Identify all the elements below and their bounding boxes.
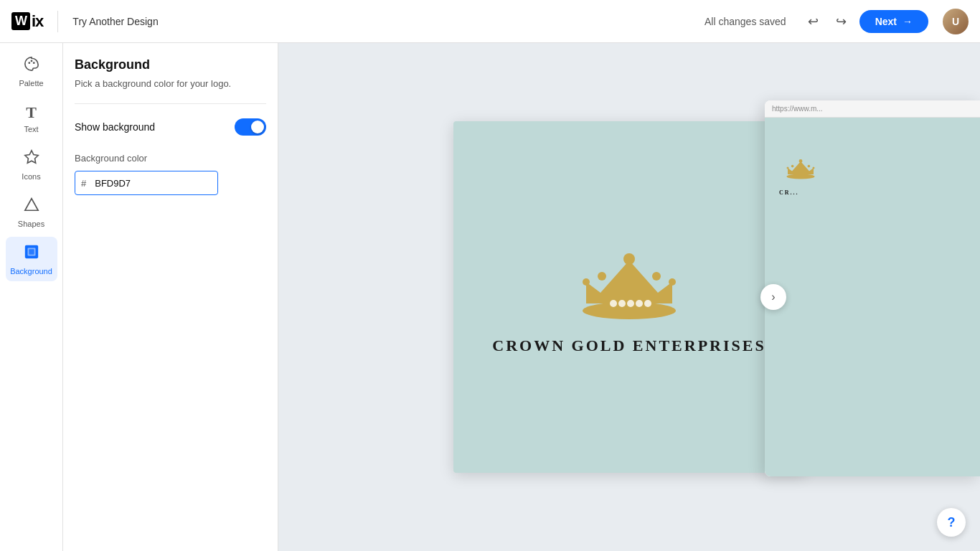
undo-button[interactable]: ↩ [804,9,823,34]
logo-card: CROWN GOLD ENTERPRISES [453,121,805,473]
wix-logo: Wix [11,12,43,31]
header: Wix Try Another Design All changes saved… [0,0,980,43]
saved-status: All changes saved [705,16,786,27]
color-hash: # [75,174,92,193]
preview-content: Cr... [765,118,980,476]
svg-point-14 [618,300,626,307]
show-background-toggle[interactable] [235,118,266,136]
preview-company-name: Cr... [779,189,799,196]
palette-label: Palette [19,79,43,88]
text-icon: T [26,103,37,122]
help-button[interactable]: ? [937,508,966,537]
wix-logo-box: W [11,12,30,30]
svg-point-13 [610,300,617,307]
icons-icon [24,149,39,169]
redo-icon: ↪ [836,14,847,29]
svg-point-21 [808,165,811,168]
svg-point-16 [636,300,643,307]
shapes-label: Shapes [18,220,44,228]
background-icon [24,244,39,264]
palette-icon [24,56,39,76]
svg-point-23 [813,167,815,169]
panel-divider [75,103,266,104]
svg-point-10 [652,272,661,281]
sidebar-item-background[interactable]: Background [6,237,57,281]
svg-point-17 [644,300,651,307]
next-arrow-icon: → [903,16,913,27]
header-subtitle: Try Another Design [72,16,158,27]
next-label: Next [875,16,897,27]
next-button[interactable]: Next → [859,10,928,33]
svg-point-19 [799,159,803,163]
color-input-row: # [75,171,218,195]
text-label: Text [24,125,38,133]
background-panel: Background Pick a background color for y… [63,43,278,551]
chevron-right-icon: › [771,291,775,303]
preview-url: https://www.m... [772,105,823,113]
sidebar-item-palette[interactable]: Palette [6,49,57,93]
panel-title: Background [75,57,266,72]
panel-subtitle: Pick a background color for your logo. [75,78,266,89]
svg-rect-6 [29,249,34,254]
user-avatar[interactable]: U [943,9,969,34]
svg-point-15 [627,300,634,307]
undo-icon: ↩ [808,14,819,29]
toggle-knob [251,121,264,133]
svg-point-9 [598,272,606,281]
svg-point-0 [28,62,30,64]
svg-point-22 [787,167,789,169]
help-icon: ? [948,515,956,530]
canvas-area: CROWN GOLD ENTERPRISES https://www.m... [278,43,980,551]
color-text-input[interactable] [92,174,218,193]
icon-sidebar: Palette T Text Icons Shapes [0,43,63,551]
header-divider [57,11,58,32]
svg-marker-3 [24,151,37,163]
shapes-icon [24,197,39,217]
show-background-label: Show background [75,121,155,133]
sidebar-item-text[interactable]: T Text [6,96,57,139]
show-background-row: Show background [75,118,266,136]
right-preview: https://www.m... [765,100,980,476]
preview-browser-bar: https://www.m... [765,100,980,118]
color-label: Background color [75,153,266,164]
icons-label: Icons [22,172,40,181]
redo-button[interactable]: ↪ [831,9,851,34]
preview-crown [779,154,822,182]
svg-point-12 [669,278,676,286]
svg-point-20 [791,165,794,168]
svg-point-18 [787,174,815,179]
sidebar-item-icons[interactable]: Icons [6,142,57,187]
svg-point-2 [32,62,34,64]
svg-point-11 [583,278,590,286]
next-preview-button[interactable]: › [760,284,786,310]
background-label: Background [10,267,52,276]
company-name: CROWN GOLD ENTERPRISES [492,336,765,355]
sidebar-item-shapes[interactable]: Shapes [6,189,57,234]
svg-point-8 [623,253,635,265]
crown-svg [557,239,701,325]
svg-point-1 [30,60,32,62]
main-layout: Palette T Text Icons Shapes [0,43,980,551]
